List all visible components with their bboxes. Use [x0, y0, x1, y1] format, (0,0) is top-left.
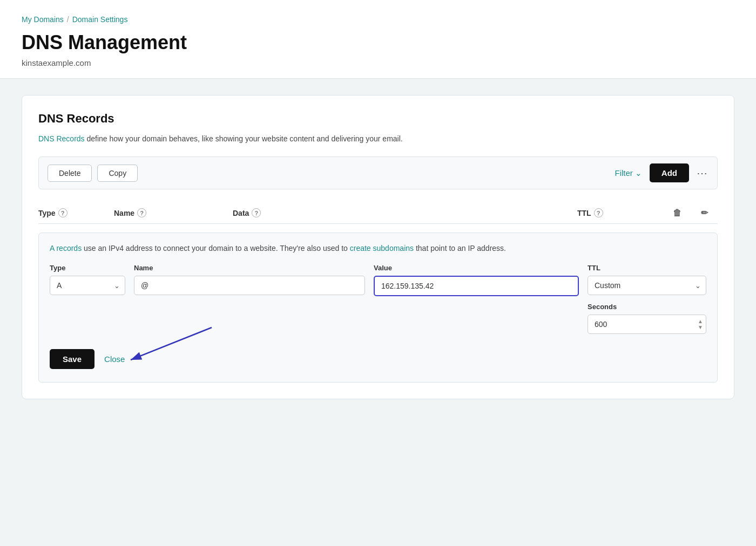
- more-options-button[interactable]: ⋯: [697, 167, 708, 180]
- name-field-group: Name: [134, 264, 365, 295]
- spinner-buttons: ▲ ▼: [698, 319, 703, 330]
- card-title: DNS Records: [38, 112, 718, 126]
- arrow-annotation: [114, 317, 222, 367]
- ttl-field-group: TTL Auto Custom 300 600 900 1800 3600: [588, 264, 706, 334]
- dns-records-link[interactable]: DNS Records: [38, 134, 85, 143]
- domain-name: kinstaexample.com: [22, 58, 734, 67]
- a-records-link[interactable]: A records: [50, 244, 82, 252]
- svg-line-1: [131, 327, 212, 360]
- col-ttl: TTL ?: [577, 208, 664, 218]
- col-edit: ✏: [691, 208, 718, 218]
- card-description: DNS Records define how your domain behav…: [38, 133, 718, 145]
- seconds-input-wrapper: ▲ ▼: [588, 315, 706, 334]
- type-select-wrapper: A AAAA CNAME MX TXT NS SRV ⌄: [50, 276, 125, 295]
- dns-records-card: DNS Records DNS Records define how your …: [22, 95, 734, 399]
- type-field-group: Type A AAAA CNAME MX TXT NS SRV ⌄: [50, 264, 125, 295]
- records-description: A records use an IPv4 address to connect…: [50, 243, 706, 254]
- value-input[interactable]: [374, 276, 579, 296]
- col-delete: 🗑: [664, 208, 691, 218]
- create-subdomains-link[interactable]: create subdomains: [350, 244, 414, 252]
- seconds-input[interactable]: [588, 315, 706, 334]
- type-help-icon[interactable]: ?: [58, 208, 68, 217]
- spinner-up-button[interactable]: ▲: [698, 319, 703, 324]
- breadcrumb: My Domains / Domain Settings: [22, 15, 734, 24]
- type-label: Type: [50, 264, 125, 272]
- ttl-select-wrapper: Auto Custom 300 600 900 1800 3600 ⌄: [588, 276, 706, 295]
- value-field-group: Value: [374, 264, 579, 296]
- copy-button[interactable]: Copy: [97, 165, 138, 182]
- ttl-select[interactable]: Auto Custom 300 600 900 1800 3600: [588, 276, 706, 295]
- filter-button[interactable]: Filter ⌄: [615, 168, 642, 178]
- ttl-help-icon[interactable]: ?: [594, 208, 603, 217]
- name-label: Name: [134, 264, 365, 272]
- col-data: Data ?: [233, 208, 577, 218]
- page-title: DNS Management: [22, 31, 734, 54]
- col-name: Name ?: [114, 208, 233, 218]
- ttl-select-group: TTL Auto Custom 300 600 900 1800 3600: [588, 264, 706, 295]
- value-input-wrapper: [374, 276, 579, 296]
- ttl-label: TTL: [588, 264, 706, 272]
- add-button[interactable]: Add: [650, 163, 689, 182]
- form-actions: Save Close: [50, 349, 706, 369]
- value-label: Value: [374, 264, 579, 272]
- table-header: Type ? Name ? Data ? TTL ? 🗑 ✏: [38, 202, 718, 224]
- save-button[interactable]: Save: [50, 349, 94, 369]
- type-select[interactable]: A AAAA CNAME MX TXT NS SRV: [50, 276, 125, 295]
- breadcrumb-domain-settings[interactable]: Domain Settings: [72, 15, 128, 24]
- name-help-icon[interactable]: ?: [137, 208, 146, 217]
- edit-column-icon: ✏: [701, 208, 708, 218]
- seconds-field-group: Seconds ▲ ▼: [588, 303, 706, 334]
- records-section: A records use an IPv4 address to connect…: [38, 233, 718, 383]
- data-help-icon[interactable]: ?: [252, 208, 261, 217]
- delete-column-icon: 🗑: [673, 208, 681, 218]
- spinner-down-button[interactable]: ▼: [698, 325, 703, 330]
- toolbar-right: Filter ⌄ Add ⋯: [615, 163, 708, 182]
- toolbar: Delete Copy Filter ⌄ Add ⋯: [38, 156, 718, 189]
- seconds-label: Seconds: [588, 303, 706, 311]
- chevron-down-icon: ⌄: [635, 168, 642, 178]
- delete-button[interactable]: Delete: [48, 165, 92, 182]
- breadcrumb-my-domains[interactable]: My Domains: [22, 15, 64, 24]
- name-input[interactable]: [134, 276, 365, 295]
- breadcrumb-separator: /: [67, 15, 69, 24]
- arrow-svg: [114, 317, 222, 365]
- col-type: Type ?: [38, 208, 114, 218]
